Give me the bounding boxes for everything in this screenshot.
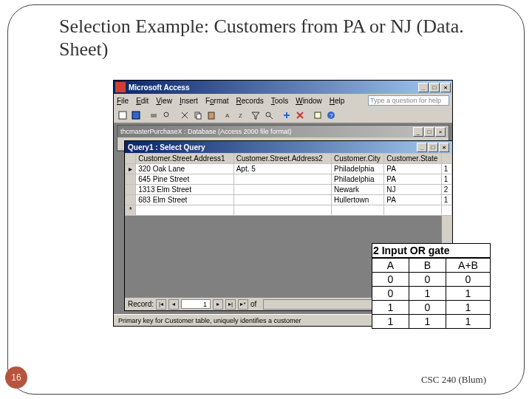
minimize-button[interactable]: _	[418, 83, 429, 92]
db-maximize-button[interactable]: □	[424, 127, 434, 137]
q-close-button[interactable]: ×	[439, 143, 449, 152]
grid-cell[interactable]	[233, 185, 331, 195]
col-header[interactable]	[441, 154, 451, 164]
query-titlebar: Query1 : Select Query _ □ ×	[125, 141, 452, 153]
q-minimize-button[interactable]: _	[417, 143, 427, 152]
db-close-button[interactable]: ×	[435, 127, 446, 137]
slide-title: Selection Example: Customers from PA or …	[59, 15, 473, 61]
maximize-button[interactable]: □	[429, 83, 440, 92]
truth-cell: 0	[409, 301, 446, 315]
truth-cell: 1	[446, 301, 491, 315]
truth-cell: 1	[409, 287, 446, 301]
find-icon[interactable]	[263, 109, 275, 121]
menu-records[interactable]: Records	[236, 97, 264, 105]
sort-asc-icon[interactable]: A	[223, 109, 235, 121]
new-record-selector[interactable]: *	[126, 205, 136, 216]
grid-cell[interactable]: Hullertown	[332, 195, 384, 205]
cut-icon[interactable]	[179, 109, 191, 121]
menu-bar: File Edit View Insert Format Records Too…	[114, 94, 452, 107]
svg-rect-1	[132, 112, 140, 119]
row-selector[interactable]	[126, 174, 136, 185]
menu-tools[interactable]: Tools	[271, 97, 288, 105]
truth-cell: 0	[372, 287, 409, 301]
menu-file[interactable]: File	[117, 97, 129, 105]
grid-cell[interactable]	[233, 174, 331, 185]
svg-rect-11	[315, 112, 321, 118]
grid-cell[interactable]: 1	[441, 195, 451, 205]
truth-cell: 1	[372, 315, 409, 329]
print-icon[interactable]	[148, 109, 160, 121]
nav-next-button[interactable]: ▸	[213, 299, 223, 310]
svg-line-10	[270, 116, 273, 119]
row-selector-header[interactable]	[126, 154, 136, 164]
truth-header-ab: A+B	[446, 258, 491, 273]
grid-cell[interactable]: 1	[441, 164, 451, 174]
q-maximize-button[interactable]: □	[428, 143, 438, 152]
ask-question-input[interactable]: Type a question for help	[368, 95, 449, 106]
grid-cell[interactable]: PA	[384, 174, 441, 185]
row-selector[interactable]	[126, 185, 136, 195]
grid-cell[interactable]: Philadelphia	[332, 174, 384, 185]
col-header[interactable]: Customer.State	[384, 154, 441, 164]
menu-help[interactable]: Help	[330, 97, 345, 105]
col-header[interactable]: Customer.City	[332, 154, 384, 164]
grid-cell[interactable]: 1	[441, 174, 451, 185]
nav-last-button[interactable]: ▸|	[225, 299, 236, 310]
grid-cell[interactable]: PA	[384, 164, 441, 174]
grid-cell[interactable]: PA	[384, 195, 441, 205]
filter-icon[interactable]	[250, 109, 262, 121]
col-header[interactable]: Customer.Street.Address2	[233, 154, 331, 164]
query-title-text: Query1 : Select Query	[128, 143, 205, 151]
grid-cell[interactable]: NJ	[384, 185, 441, 195]
grid-cell[interactable]: 1313 Elm Street	[136, 185, 233, 195]
app-titlebar: Microsoft Access _ □ ×	[114, 81, 452, 94]
save-icon[interactable]	[130, 109, 142, 121]
grid-cell[interactable]: Philadelphia	[332, 164, 384, 174]
menu-window[interactable]: Window	[296, 97, 322, 105]
new-record-icon[interactable]	[281, 109, 293, 121]
nav-first-button[interactable]: |◂	[156, 299, 166, 310]
paste-icon[interactable]	[205, 109, 217, 121]
svg-rect-6	[208, 112, 214, 119]
delete-record-icon[interactable]	[294, 109, 306, 121]
menu-edit[interactable]: Edit	[136, 97, 149, 105]
database-title-text: thcmasterPurchaseX : Database (Access 20…	[120, 128, 292, 135]
help-icon[interactable]: ?	[325, 109, 337, 121]
menu-view[interactable]: View	[156, 97, 172, 105]
truth-header-a: A	[372, 258, 409, 273]
grid-cell[interactable]: 683 Elm Street	[136, 195, 233, 205]
nav-new-button[interactable]: ▸*	[238, 299, 248, 310]
truth-header-b: B	[409, 258, 446, 273]
grid-cell[interactable]: 645 Pine Street	[136, 174, 233, 185]
toolbar: A Z ?	[114, 107, 452, 123]
svg-rect-5	[197, 114, 201, 119]
svg-text:?: ?	[330, 112, 333, 119]
col-header[interactable]: Customer.Street.Address1	[136, 154, 233, 164]
datasheet-grid[interactable]: Customer.Street.Address1 Customer.Street…	[125, 153, 452, 216]
menu-insert[interactable]: Insert	[180, 97, 198, 105]
menu-format[interactable]: Format	[205, 97, 229, 105]
grid-cell[interactable]: 320 Oak Lane	[136, 164, 233, 174]
row-selector[interactable]: ▸	[126, 164, 136, 174]
truth-cell: 0	[372, 273, 409, 287]
grid-cell[interactable]	[233, 195, 331, 205]
grid-cell[interactable]: Apt. 5	[233, 164, 331, 174]
grid-cell[interactable]	[136, 205, 233, 216]
grid-cell[interactable]: 2	[441, 185, 451, 195]
db-minimize-button[interactable]: _	[413, 127, 423, 137]
svg-rect-0	[119, 112, 126, 119]
close-button[interactable]: ×	[440, 83, 451, 92]
preview-icon[interactable]	[161, 109, 173, 121]
truth-cell: 1	[372, 301, 409, 315]
truth-cell: 1	[446, 315, 491, 329]
svg-point-3	[164, 112, 168, 117]
nav-prev-button[interactable]: ◂	[168, 299, 179, 310]
database-window-icon[interactable]	[312, 109, 324, 121]
grid-cell[interactable]: Newark	[332, 185, 384, 195]
row-selector[interactable]	[126, 195, 136, 205]
copy-icon[interactable]	[192, 109, 204, 121]
record-number-field[interactable]: 1	[181, 299, 211, 309]
view-icon[interactable]	[117, 109, 129, 121]
truth-cell: 1	[446, 287, 491, 301]
sort-desc-icon[interactable]: Z	[236, 109, 248, 121]
